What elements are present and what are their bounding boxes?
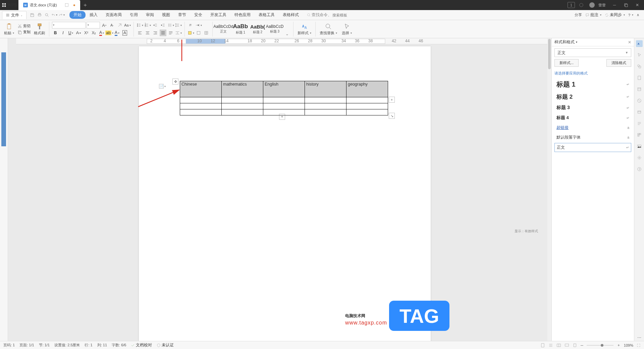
style-h2[interactable]: AaBb(标题 2 [250, 21, 266, 37]
tab-security[interactable]: 安全 [190, 11, 206, 19]
horizontal-ruler[interactable]: 246 101214 182022 262830 343638 424446 [16, 38, 551, 44]
font-color-icon[interactable]: A [98, 30, 105, 36]
zoom-value[interactable]: 109% [624, 343, 633, 347]
apps-icon[interactable] [577, 0, 586, 10]
table-move-handle[interactable]: ✥ [172, 79, 178, 85]
new-style-button[interactable]: AA 新样式 [296, 21, 313, 38]
undo-button[interactable] [51, 12, 57, 18]
bold-icon[interactable]: B [52, 30, 59, 36]
view-read-icon[interactable] [556, 343, 561, 348]
help-button[interactable]: ? [628, 13, 633, 17]
distribute-icon[interactable] [167, 30, 174, 36]
fullscreen-icon[interactable] [637, 343, 641, 347]
italic-icon[interactable]: I [60, 30, 66, 36]
search-input[interactable] [332, 13, 356, 17]
outdent-icon[interactable] [152, 22, 159, 29]
paste-options-icon[interactable]: 📄▾ [159, 84, 166, 89]
thumb-pane-icon[interactable] [636, 132, 643, 138]
copy-button[interactable]: 复制 [17, 30, 31, 35]
settings-pane-icon[interactable] [636, 154, 643, 161]
grow-font-icon[interactable]: A+ [101, 22, 108, 29]
format-painter-button[interactable]: 格式刷 [33, 21, 46, 38]
property-pane-icon[interactable] [636, 86, 643, 93]
table-header-cell[interactable]: history [305, 81, 346, 97]
select-pane-icon[interactable] [636, 52, 643, 58]
style-item-h3[interactable]: 标题 3↵ [554, 103, 631, 112]
new-style-btn[interactable]: 新样式... [554, 59, 579, 67]
tab-menu-icon[interactable] [64, 3, 69, 7]
style-h3[interactable]: AaBbCcD标题 3 [267, 21, 283, 37]
maximize-button[interactable] [621, 0, 631, 10]
tab-references[interactable]: 引用 [126, 11, 142, 19]
status-section[interactable]: 节: 1/1 [39, 343, 50, 348]
vertical-ruler[interactable] [0, 38, 8, 341]
user-avatar[interactable] [588, 0, 596, 10]
tab-insert[interactable]: 插入 [86, 11, 102, 19]
view-web-icon[interactable] [565, 343, 569, 348]
document-canvas[interactable]: 246 101214 182022 262830 343638 424446 ✥… [8, 38, 551, 341]
numbering-icon[interactable]: 123 [144, 22, 151, 29]
preview-icon[interactable] [44, 12, 50, 18]
comment-button[interactable]: 批注 [585, 12, 601, 18]
tab-view[interactable]: 视图 [158, 11, 174, 19]
table-header-cell[interactable]: English [263, 81, 305, 97]
status-spellcheck[interactable]: 文档校对 [131, 342, 152, 348]
zoom-slider[interactable] [587, 344, 613, 347]
style-item-hyperlink[interactable]: 超链接a [554, 123, 631, 132]
style-item-default-font[interactable]: 默认段落字体a [554, 133, 631, 142]
shading-icon[interactable] [187, 30, 194, 36]
cut-button[interactable]: 剪切 [17, 23, 31, 29]
tab-table-style[interactable]: 表格样式 [279, 11, 303, 19]
font-size-select[interactable] [87, 22, 100, 29]
tab-special[interactable]: 特色应用 [230, 11, 255, 19]
style-item-normal[interactable]: 正文↵ [554, 143, 631, 152]
limit-pane-icon[interactable] [636, 97, 643, 104]
status-line[interactable]: 行: 1 [85, 343, 92, 348]
grid-icon[interactable] [203, 30, 210, 36]
underline-icon[interactable]: U [67, 30, 74, 36]
zoom-in-button[interactable]: ＋ [617, 343, 621, 348]
char-shading-icon[interactable]: A [114, 30, 120, 36]
line-spacing-icon[interactable] [175, 22, 182, 29]
print-icon[interactable] [37, 12, 43, 18]
styles-more-icon[interactable]: ⌄ [284, 31, 290, 37]
notification-badge[interactable]: 1 [568, 2, 575, 8]
tab-page-layout[interactable]: 页面布局 [102, 11, 126, 19]
image-pane-icon[interactable] [636, 143, 643, 150]
table-header-cell[interactable]: Chinese [180, 81, 222, 97]
nav-pane-icon[interactable] [636, 120, 643, 127]
subscript-icon[interactable]: X₂ [91, 30, 97, 36]
status-verify[interactable]: 未认证 [157, 342, 174, 348]
table-header-cell[interactable]: geography [346, 81, 388, 97]
strike-icon[interactable]: A [75, 30, 82, 36]
bullets-icon[interactable] [137, 22, 143, 29]
sync-button[interactable]: 未同步 [605, 12, 625, 18]
style-item-h2[interactable]: 标题 2↵ [554, 92, 631, 102]
status-words[interactable]: 字数: 6/6 [112, 343, 126, 348]
status-page-no[interactable]: 页码: 1 [3, 343, 15, 348]
status-pages[interactable]: 页面: 1/1 [19, 343, 34, 348]
select-button[interactable]: 选择 [340, 21, 353, 38]
tab-devtools[interactable]: 开发工具 [206, 11, 230, 19]
tab-table-tools[interactable]: 表格工具 [255, 11, 279, 19]
backup-pane-icon[interactable] [636, 109, 643, 115]
style-normal[interactable]: AaBbCcDd正文 [215, 21, 231, 37]
clear-format-btn[interactable]: 清除格式 [606, 59, 631, 67]
tab-home[interactable]: 开始 [69, 11, 86, 19]
status-col[interactable]: 列: 11 [97, 343, 107, 348]
share-button[interactable]: 分享 [575, 12, 582, 17]
panel-close-icon[interactable]: ✕ [628, 40, 631, 45]
command-search[interactable]: 查找命令、 [307, 12, 356, 18]
clipboard-pane-icon[interactable] [636, 74, 643, 81]
zoom-fit-icon[interactable] [573, 343, 577, 348]
more-pane-icon[interactable]: ⋯ [636, 334, 643, 341]
close-button[interactable]: ✕ [633, 0, 642, 10]
style-item-h1[interactable]: 标题 1↵ [554, 79, 631, 90]
align-right-icon[interactable] [152, 30, 159, 36]
table-row[interactable] [180, 109, 388, 115]
minimize-button[interactable]: ─ [610, 0, 619, 10]
view-print-icon[interactable] [540, 343, 545, 348]
status-setting[interactable]: 设置值: 2.5厘米 [54, 343, 80, 348]
tab-stop-icon[interactable] [195, 22, 202, 29]
phonetic-icon[interactable]: 拼 [187, 22, 194, 29]
